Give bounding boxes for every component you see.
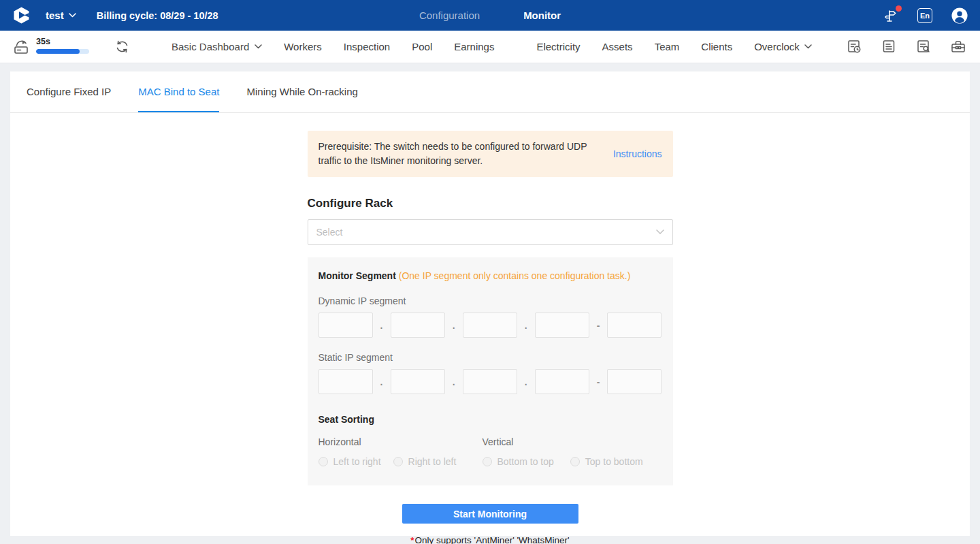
signpost-icon[interactable] (882, 7, 898, 24)
notification-dot (896, 5, 902, 12)
nav-workers[interactable]: Workers (284, 41, 322, 52)
report-search-icon[interactable] (915, 39, 932, 55)
toolbar-nav: Workers Inspection Pool Earnings Electri… (284, 41, 812, 52)
octet-separator: . (453, 377, 455, 387)
refresh-countdown-widget: 35s (14, 37, 89, 56)
main-content-card: Configure Fixed IP MAC Bind to Seat Mini… (10, 71, 970, 536)
static-octet-3-input[interactable] (463, 369, 517, 394)
billing-cycle-text: Billing cycle: 08/29 - 10/28 (97, 10, 218, 21)
seat-sorting-title: Seat Sorting (318, 414, 662, 425)
secondary-toolbar: 35s Basic Dashboard Workers Inspection P… (0, 31, 980, 63)
vertical-label: Vertical (483, 436, 643, 447)
octet-separator: . (380, 377, 383, 387)
avatar-icon[interactable] (951, 7, 968, 24)
octet-separator: . (453, 320, 455, 331)
start-monitoring-button[interactable]: Start Monitoring (402, 504, 578, 524)
app-logo-icon (12, 6, 31, 25)
dynamic-octet-1-input[interactable] (318, 313, 373, 338)
form-content: Prerequisite: The switch needs to be con… (308, 131, 673, 544)
chevron-down-icon (656, 229, 664, 235)
refresh-icon[interactable] (115, 39, 129, 54)
radio-bottom-to-top[interactable]: Bottom to top (483, 456, 554, 467)
radio-label: Right to left (408, 456, 457, 467)
configure-rack-title: Configure Rack (308, 197, 673, 210)
prerequisite-text: Prerequisite: The switch needs to be con… (318, 140, 607, 168)
report-lines-icon[interactable] (881, 39, 897, 55)
dashboard-label: Basic Dashboard (172, 41, 249, 52)
nav-overclock[interactable]: Overclock (754, 41, 812, 52)
primary-nav: Configuration Monitor (419, 10, 561, 21)
static-octet-4-input[interactable] (535, 369, 589, 394)
rack-select[interactable]: Select (308, 219, 673, 245)
prerequisite-notice: Prerequisite: The switch needs to be con… (308, 131, 673, 177)
language-label: En (917, 8, 932, 23)
chevron-down-icon (255, 44, 262, 49)
vertical-sort-group: Vertical Bottom to top Top to bottom (483, 436, 643, 467)
report-schedule-icon[interactable] (846, 39, 862, 55)
dynamic-ip-segment-label: Dynamic IP segment (318, 295, 662, 306)
support-footnote-text: Only supports 'AntMiner' 'WhatsMiner' (415, 535, 570, 544)
dynamic-ip-segment-inputs: . . . - (318, 313, 662, 338)
org-switcher[interactable]: test (46, 10, 76, 21)
dynamic-octet-3-input[interactable] (463, 313, 517, 338)
nav-team[interactable]: Team (655, 41, 680, 52)
instructions-link[interactable]: Instructions (613, 148, 662, 159)
static-range-end-input[interactable] (607, 369, 662, 394)
octet-separator: . (525, 320, 527, 331)
octet-separator: . (380, 320, 383, 331)
radio-label: Bottom to top (497, 456, 554, 467)
toolbox-icon[interactable] (950, 39, 966, 55)
nav-clients[interactable]: Clients (701, 41, 732, 52)
refresh-countdown: 35s (36, 37, 89, 46)
nav-assets[interactable]: Assets (602, 41, 633, 52)
top-header-bar: test Billing cycle: 08/29 - 10/28 Config… (0, 0, 980, 31)
miner-timer-icon (14, 37, 31, 56)
radio-left-to-right[interactable]: Left to right (318, 456, 381, 467)
tab-configure-fixed-ip[interactable]: Configure Fixed IP (27, 71, 111, 112)
range-separator: - (597, 320, 600, 331)
monitor-segment-panel: Monitor Segment (One IP segment only con… (308, 257, 673, 485)
radio-label: Left to right (333, 456, 381, 467)
chevron-down-icon (69, 13, 76, 18)
static-octet-2-input[interactable] (391, 369, 445, 394)
nav-monitor[interactable]: Monitor (523, 10, 561, 21)
refresh-progress-fill (36, 49, 80, 54)
dynamic-range-end-input[interactable] (607, 313, 662, 338)
radio-top-to-bottom[interactable]: Top to bottom (570, 456, 643, 467)
dynamic-octet-2-input[interactable] (391, 313, 445, 338)
tab-bar: Configure Fixed IP MAC Bind to Seat Mini… (10, 71, 970, 113)
tab-mac-bind-to-seat[interactable]: MAC Bind to Seat (138, 71, 219, 112)
static-ip-segment-label: Static IP segment (318, 352, 662, 363)
language-icon[interactable]: En (917, 7, 933, 24)
required-asterisk: * (410, 535, 414, 544)
monitor-segment-note: (One IP segment only contains one config… (399, 270, 631, 281)
org-name: test (46, 10, 64, 21)
rack-select-placeholder: Select (316, 227, 343, 238)
nav-electricity[interactable]: Electricity (536, 41, 580, 52)
dashboard-selector[interactable]: Basic Dashboard (172, 41, 262, 52)
nav-pool[interactable]: Pool (412, 41, 432, 52)
radio-right-to-left[interactable]: Right to left (393, 456, 457, 467)
monitor-segment-title: Monitor Segment (318, 270, 396, 281)
static-ip-segment-inputs: . . . - (318, 369, 662, 394)
radio-label: Top to bottom (585, 456, 643, 467)
nav-inspection[interactable]: Inspection (344, 41, 390, 52)
octet-separator: . (525, 377, 527, 387)
radio-circle-icon (483, 457, 492, 466)
range-separator: - (597, 377, 600, 387)
nav-configuration[interactable]: Configuration (419, 10, 480, 21)
dynamic-octet-4-input[interactable] (535, 313, 589, 338)
tab-mining-while-on-racking[interactable]: Mining While On-racking (246, 71, 357, 112)
radio-circle-icon (570, 457, 580, 466)
chevron-down-icon (804, 44, 812, 49)
refresh-progress-bar (36, 49, 89, 54)
static-octet-1-input[interactable] (318, 369, 373, 394)
horizontal-sort-group: Horizontal Left to right Right to left (318, 436, 483, 467)
radio-circle-icon (393, 457, 403, 466)
radio-circle-icon (318, 457, 328, 466)
nav-earnings[interactable]: Earnings (454, 41, 494, 52)
support-footnote: *Only supports 'AntMiner' 'WhatsMiner' (308, 535, 673, 544)
nav-overclock-label: Overclock (754, 41, 800, 52)
horizontal-label: Horizontal (318, 436, 483, 447)
